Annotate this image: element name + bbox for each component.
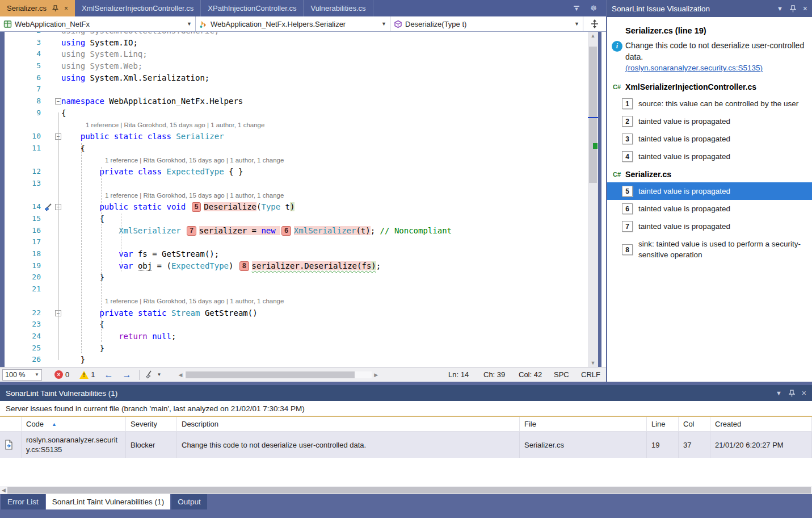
code-text: } (61, 342, 104, 354)
rule-key-link[interactable]: (roslyn.sonaranalyzer.security.cs:S5135) (607, 62, 812, 78)
fold-collapse-icon[interactable]: − (55, 98, 61, 105)
code-text: using System.Linq; (61, 48, 148, 60)
scroll-left-icon[interactable]: ◀ (2, 487, 6, 493)
code-line[interactable]: 12 private class ExpectedType { } (0, 166, 588, 178)
code-line[interactable]: 15 { (0, 213, 588, 225)
vulnerability-row[interactable]: roslyn.sonaranalyzer.security.cs:S5135Bl… (0, 432, 812, 458)
issue-step-badge[interactable]: 7 (187, 226, 196, 236)
issue-step-badge[interactable]: 8 (239, 261, 249, 271)
member-dropdown[interactable]: Deserialize(Type t) ▼ (390, 16, 583, 31)
code-line[interactable]: 25 } (0, 342, 588, 354)
column-header-line[interactable]: Line (647, 417, 679, 431)
code-line[interactable]: 24 return null; (0, 331, 588, 342)
method-icon (394, 20, 402, 28)
scrollbar-thumb[interactable] (186, 371, 355, 378)
column-header-code[interactable]: Code▲ (22, 417, 126, 431)
column-header-col[interactable]: Col (679, 417, 710, 431)
split-editor-button[interactable] (583, 16, 606, 31)
window-menu-icon[interactable]: ▼ (777, 5, 783, 12)
window-menu-icon[interactable]: ▼ (776, 390, 782, 396)
document-list-dropdown-icon[interactable]: ▼ (572, 4, 581, 13)
code-line[interactable]: 19 var obj = (ExpectedType) 8serializer.… (0, 260, 588, 272)
scroll-up-icon[interactable]: ▲ (588, 33, 598, 39)
code-line[interactable]: 8−namespace WebApplication_NetFx.Helpers (0, 95, 588, 107)
editor-tab-label: XPathInjectionController.cs (208, 4, 296, 12)
code-line[interactable]: 14− public static void 5Deserialize(Type… (0, 201, 588, 213)
error-count-icon[interactable]: × (54, 370, 63, 379)
project-icon (3, 20, 12, 28)
column-header-severity[interactable]: Severity (126, 417, 177, 431)
panel-horizontal-scrollbar[interactable]: ◀ (0, 486, 812, 494)
scroll-right-icon[interactable]: ▶ (374, 372, 378, 378)
taint-step[interactable]: 5tainted value is propagated (607, 182, 812, 200)
taint-step[interactable]: 2tainted value is propagated (607, 112, 812, 130)
code-line[interactable]: 22− private static Stream GetStream() (0, 307, 588, 319)
issue-step-badge[interactable]: 5 (192, 202, 201, 212)
code-line[interactable]: 3using System.IO; (0, 37, 588, 49)
csharp-file-icon: C# (613, 83, 621, 90)
taint-step[interactable]: 7tainted value is propagated (607, 218, 812, 235)
code-line[interactable]: 21 (0, 283, 588, 295)
column-header-created[interactable]: Created (710, 417, 812, 431)
warning-count-icon[interactable]: ! (79, 371, 89, 379)
code-line[interactable]: 20 } (0, 271, 588, 283)
scroll-down-icon[interactable]: ▼ (588, 360, 598, 366)
code-line[interactable]: 13 (0, 178, 588, 190)
zoom-selector[interactable]: 100 % ▼ (2, 369, 42, 381)
code-cleanup-button[interactable]: ▼ (145, 370, 161, 379)
code-editor[interactable]: 2using System.Collections.Generic;3using… (0, 32, 606, 367)
column-header-description[interactable]: Description (177, 417, 520, 431)
editor-vertical-scrollbar[interactable]: ▲ ▼ (588, 32, 598, 367)
scroll-left-icon[interactable]: ◀ (178, 372, 182, 378)
project-dropdown[interactable]: WebApplication_NetFx ▼ (0, 16, 196, 31)
code-line[interactable]: 7 (0, 83, 588, 95)
navigate-forward-icon[interactable]: → (122, 370, 131, 380)
code-line[interactable]: 16 XmlSerializer 7serializer = new 6XmlS… (0, 225, 588, 237)
code-line[interactable]: 18 var fs = GetStream(); (0, 248, 588, 260)
column-header-file[interactable]: File (520, 417, 647, 431)
taint-step[interactable]: 8sink: tainted value is used to perform … (607, 235, 812, 264)
code-line[interactable]: 11 { (0, 143, 588, 154)
code-line[interactable]: 2using System.Collections.Generic; (0, 32, 588, 37)
taint-step[interactable]: 3tainted value is propagated (607, 130, 812, 148)
editor-tab[interactable]: Serializer.cs× (0, 0, 75, 16)
bottom-tab[interactable]: SonarLint Taint Vulnerabilities (1) (46, 494, 170, 509)
tab-options-gear-icon[interactable]: ☸ (589, 4, 598, 13)
issue-flow-steps: C#XmlSerializerInjectionController.cs1so… (607, 78, 812, 264)
editor-tab[interactable]: XPathInjectionController.cs (201, 0, 304, 16)
editor-tab[interactable]: XmlSerializerInjectionController.cs (75, 0, 201, 16)
taint-step[interactable]: 4tainted value is propagated (607, 148, 812, 165)
type-dropdown[interactable]: WebApplication_NetFx.Helpers.Serializer … (196, 16, 390, 31)
code-line[interactable]: 5using System.Web; (0, 60, 588, 72)
pin-icon[interactable] (52, 5, 58, 12)
navigate-back-icon[interactable]: ← (104, 370, 113, 380)
bottom-tab[interactable]: Output (171, 494, 207, 509)
code-line[interactable]: 9{ (0, 107, 588, 119)
close-icon[interactable]: × (803, 4, 807, 13)
code-text: using System.Web; (61, 60, 142, 72)
line-number (0, 295, 41, 307)
code-line[interactable]: 26 } (0, 354, 588, 366)
scrollbar-thumb[interactable] (7, 487, 811, 494)
code-line[interactable]: 17 (0, 236, 588, 248)
code-token: using System.Web; (61, 61, 142, 70)
bottom-tab[interactable]: Error List (1, 494, 45, 509)
scrollbar-thumb[interactable] (589, 47, 597, 183)
close-icon[interactable]: × (64, 5, 68, 12)
code-line[interactable]: 4using System.Linq; (0, 48, 588, 60)
error-count: 0 (65, 370, 69, 379)
code-token: System.Xml.Serialization; (85, 73, 209, 82)
pin-icon[interactable] (790, 5, 796, 12)
issue-message: Change this code to not deserialize user… (625, 40, 806, 62)
close-icon[interactable]: × (802, 389, 806, 398)
pin-icon[interactable] (789, 390, 795, 397)
code-line[interactable]: 10− public static class Serializer (0, 131, 588, 143)
code-line[interactable]: 23 { (0, 319, 588, 331)
fold-margin (41, 60, 61, 72)
code-line[interactable]: 6using System.Xml.Serialization; (0, 72, 588, 84)
editor-horizontal-scrollbar[interactable]: ◀ ▶ (176, 371, 380, 378)
taint-step[interactable]: 6tainted value is propagated (607, 200, 812, 218)
editor-tab[interactable]: Vulnerabilities.cs (304, 0, 373, 16)
taint-step[interactable]: 1source: this value can be controlled by… (607, 95, 812, 112)
issue-step-badge[interactable]: 6 (281, 226, 291, 236)
